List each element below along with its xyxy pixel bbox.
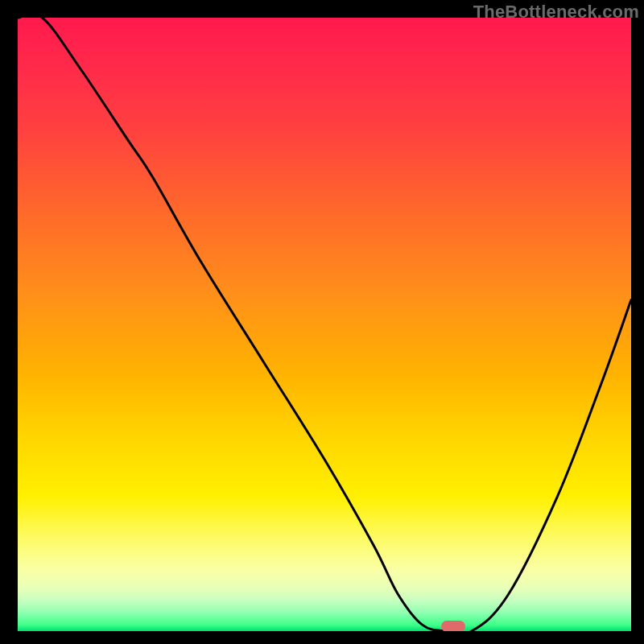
plot-area (18, 18, 631, 631)
curve-path (18, 18, 631, 631)
chart-frame: TheBottleneck.com (0, 0, 644, 644)
bottleneck-curve (18, 18, 631, 631)
watermark-text: TheBottleneck.com (473, 2, 639, 23)
optimal-point-marker (441, 621, 465, 631)
